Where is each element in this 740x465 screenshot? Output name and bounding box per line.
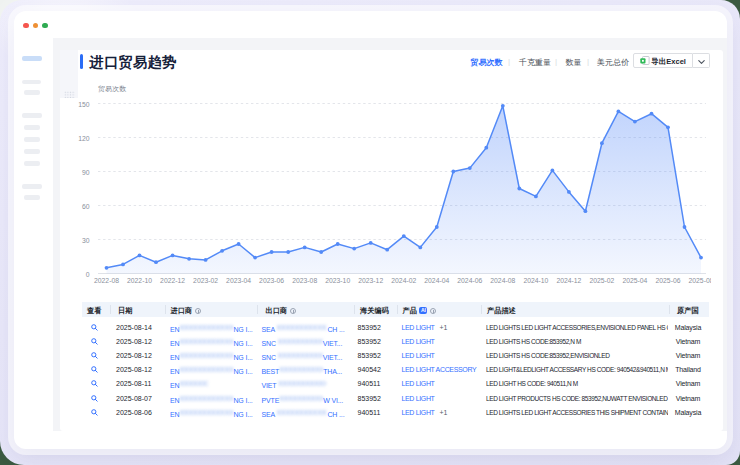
svg-text:2023-10: 2023-10 xyxy=(325,277,350,284)
svg-text:2023-02: 2023-02 xyxy=(193,277,218,284)
svg-text:2024-02: 2024-02 xyxy=(391,277,416,284)
svg-text:2022-08: 2022-08 xyxy=(94,277,119,284)
svg-text:90: 90 xyxy=(82,169,90,176)
svg-text:2023-04: 2023-04 xyxy=(226,277,251,284)
svg-text:2025-04: 2025-04 xyxy=(622,277,647,284)
svg-text:30: 30 xyxy=(82,237,90,244)
svg-text:2024-06: 2024-06 xyxy=(457,277,482,284)
svg-text:2025-02: 2025-02 xyxy=(589,277,614,284)
svg-text:2025-08: 2025-08 xyxy=(689,277,714,284)
svg-text:2024-10: 2024-10 xyxy=(523,277,548,284)
svg-text:150: 150 xyxy=(78,101,90,108)
svg-text:2024-08: 2024-08 xyxy=(490,277,515,284)
svg-text:2022-12: 2022-12 xyxy=(160,277,185,284)
svg-text:2023-08: 2023-08 xyxy=(292,277,317,284)
svg-text:2024-12: 2024-12 xyxy=(556,277,581,284)
svg-text:2023-12: 2023-12 xyxy=(358,277,383,284)
svg-text:2024-04: 2024-04 xyxy=(424,277,449,284)
svg-text:0: 0 xyxy=(86,271,90,278)
svg-text:2025-06: 2025-06 xyxy=(656,277,681,284)
svg-text:2023-06: 2023-06 xyxy=(259,277,284,284)
svg-text:120: 120 xyxy=(78,135,90,142)
svg-text:60: 60 xyxy=(82,203,90,210)
svg-text:2022-10: 2022-10 xyxy=(127,277,152,284)
